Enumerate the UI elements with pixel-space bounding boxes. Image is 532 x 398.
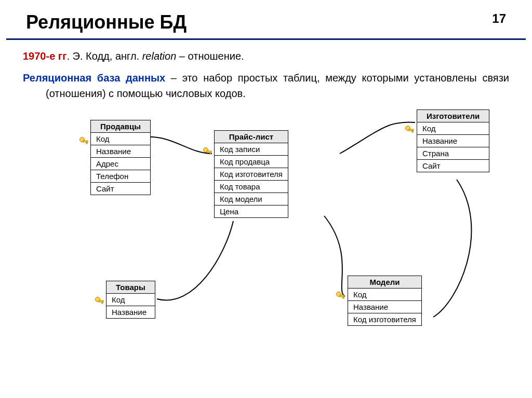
definition-term: Реляционная база данных	[23, 72, 165, 84]
intro-text-1: . Э. Кодд, англ.	[67, 50, 142, 62]
field: Сайт	[417, 160, 489, 172]
content-area: 1970-е гг. Э. Кодд, англ. relation – отн…	[0, 40, 532, 353]
svg-rect-14	[343, 297, 344, 298]
field: Код записи	[215, 143, 288, 156]
key-icon	[95, 296, 105, 307]
field: Код	[91, 133, 151, 145]
key-icon	[336, 291, 346, 301]
entity-makers-title: Изготовители	[417, 110, 489, 122]
field: Цена	[215, 205, 288, 218]
field: Код	[107, 294, 155, 306]
key-icon	[79, 136, 89, 147]
field: Код товара	[215, 181, 288, 193]
field: Код модели	[215, 193, 288, 205]
field: Телефон	[91, 170, 151, 183]
year-text: 1970-е гг	[23, 50, 67, 62]
definition-paragraph: Реляционная база данных – это набор прос…	[23, 70, 509, 101]
page-number: 17	[492, 11, 506, 26]
field: Страна	[417, 147, 489, 160]
svg-rect-2	[86, 142, 87, 144]
field: Название	[91, 145, 151, 158]
field: Название	[417, 135, 489, 147]
entity-goods: Товары Код Название	[106, 281, 155, 319]
field: Название	[107, 306, 155, 319]
entity-models: Модели Код Название Код изготовителя	[348, 276, 422, 326]
field: Код изготовителя	[215, 168, 288, 181]
svg-rect-11	[102, 302, 103, 304]
entity-price: Прайс-лист Код записи Код продавца Код и…	[214, 130, 288, 218]
relation-term: relation	[142, 50, 177, 62]
entity-sellers: Продавцы Код Название Адрес Телефон Сайт	[90, 120, 151, 195]
page-title: Реляционные БД	[26, 11, 187, 33]
entity-goods-title: Товары	[107, 281, 155, 294]
field: Адрес	[91, 158, 151, 170]
field: Код изготовителя	[348, 313, 422, 326]
field: Сайт	[91, 183, 151, 195]
field: Код	[417, 122, 489, 135]
er-diagram: Продавцы Код Название Адрес Телефон Сайт…	[23, 104, 509, 353]
entity-price-title: Прайс-лист	[215, 131, 288, 143]
intro-text-2: – отношение.	[176, 50, 244, 62]
key-icon	[405, 125, 415, 135]
field: Код	[348, 289, 422, 301]
intro-paragraph: 1970-е гг. Э. Кодд, англ. relation – отн…	[23, 48, 509, 64]
field: Код продавца	[215, 156, 288, 168]
entity-models-title: Модели	[348, 276, 422, 289]
svg-rect-8	[412, 131, 413, 132]
key-icon	[203, 147, 213, 157]
svg-rect-5	[210, 153, 211, 154]
entity-makers: Изготовители Код Название Страна Сайт	[417, 109, 489, 172]
entity-sellers-title: Продавцы	[91, 120, 151, 133]
field: Название	[348, 301, 422, 313]
